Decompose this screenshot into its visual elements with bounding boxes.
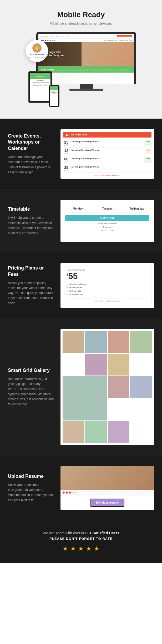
resume-star-5 — [75, 491, 77, 494]
pricing-features-list: ✔ After School Nanny ✔ Housekeeper ✔ Mot… — [67, 282, 148, 296]
site-cta-button[interactable]: MAKE AN APPOINTMENT — [117, 35, 132, 37]
events-header-label: Our Workshops — [70, 133, 87, 136]
resume-background — [60, 466, 154, 490]
pricing-feature-2: ✔ Housekeeper — [67, 286, 148, 289]
feature-resume-text: Upload Resume Show your profesional back… — [8, 473, 55, 503]
feature-pricing-title: Pricing Plans or Fees — [8, 265, 55, 277]
monitor-base — [69, 89, 103, 91]
feature-events-visual: 📅 Our Workshops 25 apr Morning Stretchin… — [60, 129, 154, 179]
gallery-item-1 — [63, 331, 84, 353]
timetable-day-3: Wednesday — [122, 206, 151, 212]
timetable-day-1: Monday — [63, 206, 93, 212]
feature-pricing-section: Pricing Plans or Fees Allows you to crea… — [0, 252, 162, 318]
footer-highlight: 6000+ Satisfied Users — [81, 531, 119, 535]
view-full-link[interactable]: View Full Timetable and Book — [63, 174, 151, 176]
gallery-widget — [60, 329, 154, 445]
pricing-footer-text: Helping Meri Family, starting as... — [67, 298, 148, 302]
event-month-1: apr — [63, 144, 69, 146]
gallery-item-5 — [85, 354, 107, 376]
event-day-2: 12 — [63, 149, 69, 153]
brand-name: CARE NUTRITION — [30, 54, 44, 55]
check-icon-4: ✔ — [67, 293, 68, 296]
event-info-4: Morning Stretching Fitness — [72, 166, 151, 171]
feature-gallery-title: Smart Grid Gallery — [8, 367, 55, 373]
class-level: Beginner — [66, 226, 148, 229]
gallery-item-12 — [108, 421, 130, 443]
feature-events-title: Create Events, Workshops or Calendar — [8, 133, 55, 151]
monitor-stand — [80, 84, 93, 89]
footer-star-1: ★ — [62, 545, 68, 552]
event-item-2: 12 apr Morning Stretching Fitness $49 — [63, 148, 151, 156]
feature-timetable-desc: It will help you to create a timetable v… — [8, 215, 55, 236]
footer-star-2: ★ — [70, 545, 76, 552]
pricing-feature-1: ✔ After School Nanny — [67, 282, 148, 286]
gallery-item-11 — [85, 421, 107, 443]
gallery-item-10 — [63, 421, 84, 443]
feature-timetable-text: Timetable It will help you to create a t… — [8, 206, 55, 236]
page-subtitle: Work seamlessly across all devices — [5, 21, 157, 26]
gallery-item-4 — [130, 331, 152, 353]
feature-events-text: Create Events, Workshops or Calendar Cre… — [8, 133, 55, 175]
resume-star-4 — [72, 491, 74, 494]
tablet-content: About Kristin Lorem ipsum dolor sit amet… — [30, 79, 50, 87]
instructor-name: Katherine Schramm — [66, 222, 148, 226]
feature-events-desc: Create and manage your calendar of event… — [8, 155, 55, 175]
event-badge-2: $49 — [146, 149, 151, 154]
resume-star-3 — [69, 491, 71, 494]
event-item-1: 25 apr Morning Stretching Fitness FREE — [63, 139, 151, 148]
nutrition-website-preview: Call Today 123 456 789 Mon-Fri: 07:00 - … — [38, 34, 134, 84]
footer-stars: ★ ★ ★ ★ ★ — [5, 545, 157, 552]
gallery-grid — [63, 331, 152, 443]
resume-download-area: Download resume — [60, 495, 154, 510]
monitor-screen: Call Today 123 456 789 Mon-Fri: 07:00 - … — [38, 34, 134, 84]
event-day-3: 08 — [63, 157, 69, 161]
price-currency: $ — [67, 273, 68, 277]
event-name-4: Morning Stretching Fitness — [72, 166, 151, 168]
feature-resume-visual: Download resume — [60, 466, 154, 510]
event-info-3: Morning Stretching Fitness — [72, 157, 142, 163]
feature-pricing-desc: Allows you to create pricing tables for … — [8, 281, 55, 306]
resume-star-1 — [63, 491, 65, 494]
page-title: Mobile Ready — [5, 11, 157, 19]
footer-star-4: ★ — [86, 545, 92, 552]
timetable-widget: Monday Tuesday Wednesday SLIM YOGA Kathe… — [63, 206, 151, 236]
gallery-item-8 — [108, 376, 130, 398]
phone-text: About Kristin lorem ipsum text content h… — [50, 91, 58, 94]
event-name-2: Morning Stretching Fitness — [72, 149, 144, 151]
site-hero: No Single DietWorks for Eveyone — [38, 42, 134, 66]
pricing-card: FULL TIME DAYCARE $ 55 ✔ After School Na… — [63, 266, 151, 305]
feature-gallery-section: Smart Grid Gallery Responsive WordPress … — [0, 318, 162, 456]
feature-timetable-visual: Monday Tuesday Wednesday SLIM YOGA Kathe… — [60, 200, 154, 242]
pricing-feature-3: ✔ Mother Help — [67, 289, 148, 293]
resume-rating-row — [60, 490, 154, 495]
event-month-4: apr — [63, 169, 69, 171]
event-day-4: 25 — [63, 166, 69, 169]
resume-widget: Download resume — [60, 466, 154, 510]
brand-info: Houston, TX | 38 yrs old | 10+ exper... — [26, 57, 48, 58]
tablet-text: Lorem ipsum dolor sit amet consectetur a… — [31, 82, 50, 86]
phone-content: About Kristin lorem ipsum text content h… — [50, 90, 58, 95]
feature-resume-desc: Show your profesional background to web … — [8, 483, 55, 503]
footer-cta: PLEASE DON'T FORGET TO RATE — [5, 537, 157, 541]
paleo-label: Paleo Nutrition — [41, 69, 54, 71]
event-name-3: Morning Stretching Fitness — [72, 157, 142, 160]
event-date-4: 25 apr — [63, 166, 69, 171]
class-button[interactable]: SLIM YOGA — [65, 215, 149, 221]
download-resume-button[interactable]: Download resume — [90, 499, 124, 507]
timetable-content: SLIM YOGA Katherine Schramm Beginner 10:… — [63, 212, 151, 236]
phone-mockup: About Kristin lorem ipsum text content h… — [49, 85, 59, 107]
event-info-1: Morning Stretching Fitness — [72, 140, 142, 146]
event-date-1: 25 apr — [63, 140, 69, 146]
feature-timetable-title: Timetable — [8, 206, 55, 212]
gallery-item-6 — [108, 354, 130, 376]
footer-text-part1: We are Team with over — [43, 531, 80, 535]
tablet-header-strip: Paleo Nutrition — [30, 73, 50, 79]
phone-screen: About Kristin lorem ipsum text content h… — [50, 86, 58, 106]
paleo-desc: We provide exceptional components and to… — [57, 69, 131, 71]
check-icon-3: ✔ — [67, 290, 68, 292]
gallery-item-3 — [108, 331, 130, 353]
footer-star-3: ★ — [78, 545, 84, 552]
event-item-4: 25 apr Morning Stretching Fitness — [63, 164, 151, 173]
feature-resume-section: Upload Resume Show your profesional back… — [0, 456, 162, 520]
resume-bg-overlay — [60, 466, 154, 490]
